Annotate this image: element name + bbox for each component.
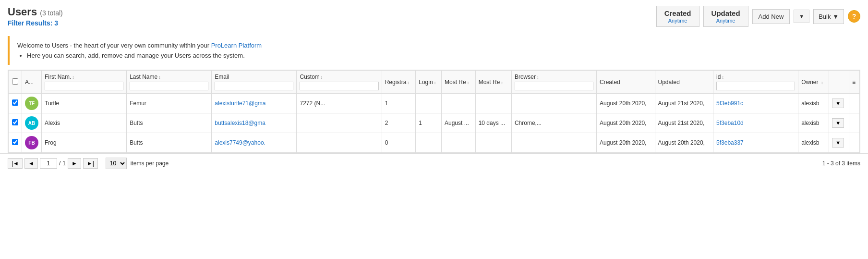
email-link[interactable]: buttsalexis18@gma xyxy=(215,120,265,126)
col-most-recent1[interactable]: Most Re↕ xyxy=(442,71,476,94)
row-checkbox-cell xyxy=(9,133,22,153)
page-separator: / xyxy=(59,160,60,167)
page-title: Users (3 total) xyxy=(8,6,63,18)
row-action-cell: ▼ xyxy=(829,133,849,153)
updated-filter-sub: Anytime xyxy=(716,18,735,24)
row-first-name: Turtle xyxy=(42,94,127,113)
row-email: alexisturtle71@gma xyxy=(212,94,297,113)
row-login xyxy=(416,94,442,113)
table-row: FB Frog Butts alexis7749@yahoo. 0 August… xyxy=(9,133,860,153)
filter-custom[interactable] xyxy=(300,82,378,90)
row-avatar-cell: FB xyxy=(22,133,42,153)
add-new-dropdown-button[interactable]: ▼ xyxy=(794,10,809,23)
col-custom[interactable]: Custom↕ xyxy=(297,71,382,94)
id-link[interactable]: 5f3eba337 xyxy=(716,139,744,146)
col-id[interactable]: id↕ xyxy=(713,71,798,94)
users-table-container: A... First Nam.↕ Last Name↕ Email Custom… xyxy=(8,70,860,153)
row-login xyxy=(416,133,442,153)
table-body: TF Turtle Femur alexisturtle71@gma 7272 … xyxy=(9,94,860,153)
pagination-summary: 1 - 3 of 3 items xyxy=(822,160,860,167)
row-id: 5f3eba10d xyxy=(713,113,798,133)
banner-text-prefix: Welcome to Users - the heart of your ver… xyxy=(17,42,211,49)
row-registration: 1 xyxy=(382,94,416,113)
col-last-name[interactable]: Last Name↕ xyxy=(127,71,212,94)
first-page-button[interactable]: |◄ xyxy=(8,158,23,169)
pagination: |◄ ◄ / 1 ► ►| 10 25 50 items per page 1 … xyxy=(0,153,868,173)
last-page-button[interactable]: ►| xyxy=(83,158,98,169)
filter-email[interactable] xyxy=(215,82,293,90)
row-custom xyxy=(297,113,382,133)
row-most-recent2 xyxy=(475,94,511,113)
row-action-button[interactable]: ▼ xyxy=(832,118,844,128)
row-browser: Chrome,... xyxy=(511,113,596,133)
row-action-button[interactable]: ▼ xyxy=(832,138,844,148)
row-action-cell: ▼ xyxy=(829,113,849,133)
id-link[interactable]: 5f3eb991c xyxy=(716,100,743,107)
row-registration: 0 xyxy=(382,133,416,153)
row-created: August 20th 2020, xyxy=(597,113,655,133)
row-checkbox-cell xyxy=(9,94,22,113)
updated-filter-button[interactable]: Updated Anytime xyxy=(703,6,748,27)
row-created: August 20th 2020, xyxy=(597,133,655,153)
avatar: FB xyxy=(25,136,38,149)
row-owner: alexisb xyxy=(798,113,829,133)
updated-filter-label: Updated xyxy=(711,9,740,17)
row-first-name: Frog xyxy=(42,133,127,153)
filter-last-name[interactable] xyxy=(130,82,208,90)
per-page-select[interactable]: 10 25 50 xyxy=(106,158,127,169)
col-browser[interactable]: Browser↕ xyxy=(511,71,596,94)
row-scroll-cell xyxy=(849,113,859,133)
row-action-button[interactable]: ▼ xyxy=(832,99,844,108)
items-per-page-label: items per page xyxy=(131,160,169,167)
avatar: AB xyxy=(25,116,38,130)
row-checkbox[interactable] xyxy=(12,99,18,106)
add-new-button[interactable]: Add New xyxy=(752,9,790,24)
row-checkbox[interactable] xyxy=(12,119,18,125)
col-avatar[interactable]: A... xyxy=(22,71,42,94)
bulk-button[interactable]: Bulk ▼ xyxy=(813,9,844,24)
header-right: Created Anytime Updated Anytime Add New … xyxy=(656,6,860,27)
row-first-name: Alexis xyxy=(42,113,127,133)
filter-browser[interactable] xyxy=(515,82,593,90)
col-login[interactable]: Login↕ xyxy=(416,71,442,94)
created-filter-label: Created xyxy=(664,9,691,17)
col-menu[interactable]: ≡ xyxy=(849,71,859,94)
row-scroll-cell xyxy=(849,94,859,113)
row-browser xyxy=(511,94,596,113)
pagination-left: |◄ ◄ / 1 ► ►| 10 25 50 items per page xyxy=(8,158,169,169)
col-created[interactable]: Created xyxy=(597,71,655,94)
row-id: 5f3eb991c xyxy=(713,94,798,113)
banner-bullet: Here you can search, add, remove and man… xyxy=(27,52,853,59)
row-last-name: Butts xyxy=(127,133,212,153)
table-header-row: A... First Nam.↕ Last Name↕ Email Custom… xyxy=(9,71,860,94)
created-filter-button[interactable]: Created Anytime xyxy=(656,6,699,27)
col-email[interactable]: Email xyxy=(212,71,297,94)
help-button[interactable]: ? xyxy=(848,10,860,23)
row-avatar-cell: AB xyxy=(22,113,42,133)
created-filter-sub: Anytime xyxy=(668,18,687,24)
prev-page-button[interactable]: ◄ xyxy=(24,158,38,169)
info-banner: Welcome to Users - the heart of your ver… xyxy=(8,36,860,65)
row-updated: August 21st 2020, xyxy=(655,113,713,133)
col-registration[interactable]: Registra↕ xyxy=(382,71,416,94)
table-row: AB Alexis Butts buttsalexis18@gma 2 1 Au… xyxy=(9,113,860,133)
email-link[interactable]: alexis7749@yahoo. xyxy=(215,139,265,146)
col-first-name[interactable]: First Nam.↕ xyxy=(42,71,127,94)
col-most-recent2[interactable]: Most Re↕ xyxy=(475,71,511,94)
row-most-recent1: August ... xyxy=(442,113,476,133)
total-pages: 1 xyxy=(62,160,66,167)
next-page-button[interactable]: ► xyxy=(68,158,81,169)
page-number-input[interactable] xyxy=(40,158,57,169)
filter-id[interactable] xyxy=(716,82,795,90)
row-checkbox[interactable] xyxy=(12,139,18,145)
row-email: buttsalexis18@gma xyxy=(212,113,297,133)
col-owner[interactable]: Owner ↕ xyxy=(798,71,829,94)
row-action-cell: ▼ xyxy=(829,94,849,113)
col-updated[interactable]: Updated xyxy=(655,71,713,94)
id-link[interactable]: 5f3eba10d xyxy=(716,120,744,126)
email-link[interactable]: alexisturtle71@gma xyxy=(215,100,265,107)
banner-link[interactable]: ProLearn Platform xyxy=(211,42,262,49)
page-header: Users (3 total) Filter Results: 3 Create… xyxy=(0,0,868,31)
filter-first-name[interactable] xyxy=(45,82,123,90)
select-all-checkbox[interactable] xyxy=(12,78,18,85)
